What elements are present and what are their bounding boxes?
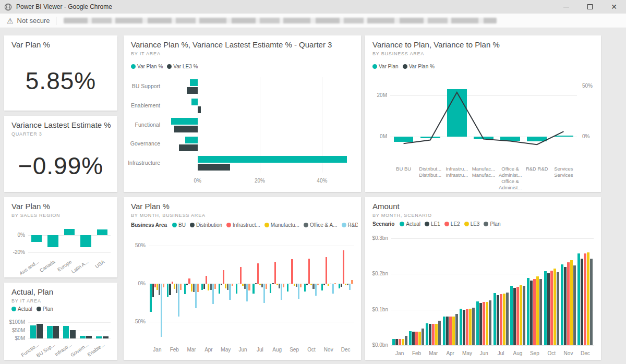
bar-LE2[interactable] xyxy=(466,309,468,345)
bar-BU[interactable] xyxy=(339,284,340,288)
bar-BU[interactable] xyxy=(270,284,271,293)
bar-LE1[interactable] xyxy=(547,273,550,345)
bar-LE3[interactable] xyxy=(452,317,455,345)
legend-item[interactable]: Plan xyxy=(484,221,500,227)
bar-BU[interactable] xyxy=(150,284,151,312)
bar-LE3[interactable] xyxy=(435,324,438,345)
bar-Office & Administration[interactable] xyxy=(347,284,348,285)
bar-Manufacturing[interactable] xyxy=(259,284,261,285)
bar-Office & Administration[interactable] xyxy=(244,284,246,289)
bar-Distribution[interactable] xyxy=(203,284,205,289)
bar-Actual[interactable] xyxy=(561,264,563,345)
legend-item[interactable]: Manufactu... xyxy=(264,222,299,228)
bar-LE2[interactable] xyxy=(533,279,536,345)
bar-BU[interactable] xyxy=(252,284,254,294)
bar-Manufacturing[interactable] xyxy=(294,284,295,286)
bar-Distribution[interactable] xyxy=(289,284,291,284)
bar-Services[interactable] xyxy=(351,280,353,284)
bar-BU[interactable] xyxy=(167,284,168,297)
bar-Distribution[interactable] xyxy=(272,283,273,284)
tile-kpi-var-plan[interactable]: Var Plan % 5.85% xyxy=(4,35,117,111)
bar-Plan[interactable] xyxy=(422,329,424,345)
bar-Actual[interactable] xyxy=(544,271,547,345)
bar-Actual[interactable] xyxy=(30,325,36,338)
bar-R&D[interactable] xyxy=(212,284,214,304)
bar-Plan[interactable] xyxy=(557,272,559,345)
bar-Actual[interactable] xyxy=(63,326,69,338)
bar-Actual[interactable] xyxy=(392,339,395,345)
bar-R&D[interactable] xyxy=(298,284,299,299)
legend-item[interactable]: Plan xyxy=(37,306,53,312)
bar-Var LE3 %[interactable] xyxy=(187,87,198,94)
bar-Services[interactable] xyxy=(214,284,216,289)
bar-BU[interactable] xyxy=(201,284,203,290)
bar-R&D[interactable] xyxy=(281,284,282,300)
bar-Office & Administration[interactable] xyxy=(330,284,331,284)
bar-Manufacturing[interactable] xyxy=(310,284,312,285)
bar-Infrastructure[interactable] xyxy=(343,250,344,284)
bar-BU[interactable] xyxy=(184,284,186,294)
bar-Distribution[interactable] xyxy=(255,283,257,284)
bar-LE2[interactable] xyxy=(415,332,418,345)
not-secure-label[interactable]: Not secure xyxy=(17,17,50,25)
bar-LE1[interactable] xyxy=(581,259,583,345)
bar-Plan[interactable] xyxy=(70,330,76,338)
bar-LE3[interactable] xyxy=(486,302,488,345)
bar-Plan[interactable] xyxy=(489,300,491,345)
bar-Office & Administration[interactable] xyxy=(159,284,160,295)
bar-Actual[interactable] xyxy=(96,336,102,338)
bar-Office & Administration[interactable] xyxy=(176,284,177,293)
legend-item[interactable]: R&D xyxy=(342,222,358,228)
bar-LE1[interactable] xyxy=(429,324,431,345)
bar-R&D[interactable] xyxy=(246,284,248,301)
bar-LE1[interactable] xyxy=(530,281,533,345)
bar-LE2[interactable] xyxy=(449,317,452,345)
bar-LE2[interactable] xyxy=(584,253,586,345)
bar-Office & Administration[interactable] xyxy=(193,284,195,292)
bar-Infrastructure[interactable] xyxy=(223,270,224,284)
bar-BU[interactable] xyxy=(236,284,237,294)
bar-LE2[interactable] xyxy=(567,262,570,345)
bar-Infrastructure[interactable] xyxy=(308,259,310,284)
bar-Actual[interactable] xyxy=(577,253,580,345)
bar-LE1[interactable] xyxy=(497,295,499,345)
legend-item[interactable]: LE3 xyxy=(464,221,480,227)
bar-R&D[interactable] xyxy=(332,284,333,294)
bar-Actual[interactable] xyxy=(409,331,412,345)
bar-Plan[interactable] xyxy=(103,336,109,338)
bar-LE3[interactable] xyxy=(553,269,556,345)
bar-Actual[interactable] xyxy=(80,336,86,338)
bar-Infrastructure[interactable] xyxy=(274,262,276,284)
bar-Services[interactable] xyxy=(283,284,284,287)
bar-Manufacturing[interactable] xyxy=(208,284,209,290)
bar-Plan[interactable] xyxy=(405,336,407,345)
bar-Services[interactable] xyxy=(248,284,250,290)
bar-Actual[interactable] xyxy=(476,301,479,345)
bar-Actual[interactable] xyxy=(443,317,446,345)
bar-Infrastructure[interactable] xyxy=(257,263,259,284)
bar-Office & Administration[interactable] xyxy=(296,284,297,287)
bar-LE3[interactable] xyxy=(520,285,522,345)
bar-Var LE3 %[interactable] xyxy=(179,144,198,151)
legend-item[interactable]: Var Plan % xyxy=(403,64,435,69)
tile-actual-plan-by-it-area[interactable]: Actual, Plan BY IT AREA ActualPlan $100M… xyxy=(4,283,117,360)
bar-Var Plan %[interactable] xyxy=(171,118,198,125)
bar-Plan[interactable] xyxy=(472,308,475,345)
bar-LE3[interactable] xyxy=(570,260,573,345)
bar-R&D[interactable] xyxy=(161,284,162,337)
tile-kpi-variance-latest-estimate[interactable]: Variance Lastest Estimate % QUARTER 3 −0… xyxy=(4,116,117,192)
legend-item[interactable]: Infrastruct... xyxy=(226,222,260,228)
bar-LE1[interactable] xyxy=(446,317,449,345)
bar-LE2[interactable] xyxy=(483,302,485,345)
bar-BU[interactable] xyxy=(287,284,288,292)
legend-item[interactable]: Distribution xyxy=(190,222,222,228)
bar-LE3[interactable] xyxy=(503,294,505,345)
bar-Actual[interactable] xyxy=(426,323,428,345)
bar-Manufacturing[interactable] xyxy=(174,284,175,289)
bar-LE3[interactable] xyxy=(536,276,539,345)
bar-LE3[interactable] xyxy=(469,309,472,345)
bar-Distribution[interactable] xyxy=(221,284,222,285)
legend-item[interactable]: Office & A... xyxy=(304,222,338,228)
bar-LE2[interactable] xyxy=(550,271,553,345)
bar-LE1[interactable] xyxy=(513,288,516,345)
